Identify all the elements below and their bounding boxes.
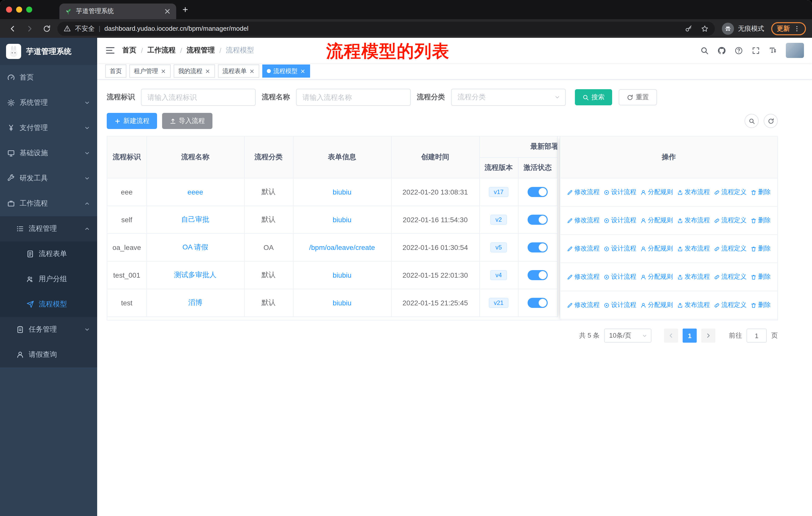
import-process-button[interactable]: 导入流程 [162, 113, 212, 129]
active-toggle[interactable] [528, 214, 548, 224]
form-link[interactable]: /bpm/oa/leave/create [309, 243, 375, 251]
action-design-link[interactable]: 设计流程 [604, 273, 636, 281]
next-page-button[interactable] [701, 329, 715, 343]
action-delete-link[interactable]: 删除 [751, 188, 771, 196]
search-button[interactable]: 搜索 [575, 89, 612, 105]
create-process-button[interactable]: 新建流程 [107, 113, 157, 129]
tag-tenant-management[interactable]: 租户管理 [129, 64, 171, 78]
action-delete-link[interactable]: 删除 [751, 244, 771, 253]
process-name-link[interactable]: 测试多审批人 [174, 270, 216, 278]
form-link[interactable]: biubiu [333, 271, 352, 279]
close-icon[interactable] [205, 68, 210, 74]
search-icon[interactable] [700, 46, 709, 55]
help-question-icon[interactable] [734, 46, 743, 55]
action-design-link[interactable]: 设计流程 [604, 244, 636, 253]
bookmark-star-icon[interactable] [701, 24, 709, 32]
toggle-search-button[interactable] [745, 114, 759, 128]
form-link[interactable]: biubiu [333, 188, 352, 196]
sidebar-item-user-group[interactable]: 用户分组 [0, 267, 97, 292]
action-delete-link[interactable]: 删除 [751, 301, 771, 309]
reload-button[interactable] [40, 22, 53, 35]
window-minimize-button[interactable] [16, 6, 22, 12]
browser-tab[interactable]: 芋道管理系统 [59, 3, 176, 19]
user-avatar[interactable] [786, 43, 804, 58]
action-definition-link[interactable]: 流程定义 [714, 301, 747, 309]
window-zoom-button[interactable] [26, 6, 32, 12]
browser-menu-dots-icon[interactable] [793, 25, 801, 32]
sidebar-item-home[interactable]: 首页 [0, 65, 97, 90]
tab-close-icon[interactable] [164, 7, 171, 15]
action-definition-link[interactable]: 流程定义 [714, 188, 747, 196]
action-definition-link[interactable]: 流程定义 [714, 216, 747, 225]
sidebar-item-process-form[interactable]: 流程表单 [0, 241, 97, 267]
action-publish-link[interactable]: 发布流程 [677, 188, 710, 196]
action-design-link[interactable]: 设计流程 [604, 301, 636, 309]
sidebar-item-system[interactable]: 系统管理 [0, 90, 97, 115]
breadcrumb-item[interactable]: 工作流程 [147, 46, 176, 55]
action-assign-rule-link[interactable]: 分配规则 [640, 273, 673, 281]
process-name-input[interactable] [296, 89, 411, 106]
action-assign-rule-link[interactable]: 分配规则 [640, 216, 673, 225]
address-bar[interactable]: 不安全 | dashboard.yudao.iocoder.cn/bpm/man… [57, 21, 715, 35]
sidebar-item-task-management[interactable]: 任务管理 [0, 317, 97, 342]
goto-page-input[interactable] [747, 329, 767, 343]
process-name-link[interactable]: 自己审批 [181, 215, 209, 223]
tag-home[interactable]: 首页 [105, 64, 126, 78]
github-icon[interactable] [717, 46, 726, 55]
form-link[interactable]: biubiu [333, 215, 352, 223]
close-icon[interactable] [300, 68, 306, 74]
hamburger-icon[interactable] [105, 45, 115, 55]
fullscreen-icon[interactable] [752, 46, 760, 55]
password-key-icon[interactable] [685, 24, 693, 32]
tag-process-model[interactable]: 流程模型 [262, 64, 310, 78]
new-tab-button[interactable] [178, 2, 192, 17]
page-size-select[interactable]: 10条/页 [604, 329, 651, 343]
action-definition-link[interactable]: 流程定义 [714, 244, 747, 253]
process-name-link[interactable]: 滔博 [188, 298, 202, 306]
process-name-link[interactable]: OA 请假 [182, 243, 208, 251]
action-assign-rule-link[interactable]: 分配规则 [640, 188, 673, 196]
sidebar-item-workflow[interactable]: 工作流程 [0, 191, 97, 216]
action-modify-link[interactable]: 修改流程 [567, 244, 600, 253]
action-modify-link[interactable]: 修改流程 [567, 216, 600, 225]
sidebar-item-process-model[interactable]: 流程模型 [0, 292, 97, 317]
font-size-icon[interactable] [769, 46, 777, 55]
action-assign-rule-link[interactable]: 分配规则 [640, 244, 673, 253]
sidebar-item-devtools[interactable]: 研发工具 [0, 166, 97, 191]
process-name-link[interactable]: eeee [187, 188, 203, 196]
window-close-button[interactable] [6, 6, 12, 12]
back-button[interactable] [6, 22, 19, 35]
form-link[interactable]: biubiu [333, 299, 352, 307]
breadcrumb-item[interactable]: 首页 [122, 46, 137, 55]
close-icon[interactable] [161, 68, 166, 74]
active-toggle[interactable] [528, 187, 548, 197]
action-delete-link[interactable]: 删除 [751, 216, 771, 225]
action-publish-link[interactable]: 发布流程 [677, 244, 710, 253]
refresh-table-button[interactable] [764, 114, 778, 128]
forward-button[interactable] [23, 22, 36, 35]
sidebar-item-leave-query[interactable]: 请假查询 [0, 342, 97, 368]
prev-page-button[interactable] [664, 329, 678, 343]
tag-process-form[interactable]: 流程表单 [218, 64, 259, 78]
action-modify-link[interactable]: 修改流程 [567, 188, 600, 196]
browser-update-button[interactable]: 更新 [771, 22, 806, 35]
process-id-input[interactable] [141, 89, 256, 106]
action-definition-link[interactable]: 流程定义 [714, 273, 747, 281]
current-page-button[interactable]: 1 [683, 329, 697, 343]
tag-my-process[interactable]: 我的流程 [174, 64, 215, 78]
sidebar-item-process-management[interactable]: 流程管理 [0, 216, 97, 241]
action-modify-link[interactable]: 修改流程 [567, 273, 600, 281]
close-icon[interactable] [249, 68, 255, 74]
action-design-link[interactable]: 设计流程 [604, 216, 636, 225]
active-toggle[interactable] [528, 242, 548, 252]
active-toggle[interactable] [528, 270, 548, 280]
sidebar-item-infrastructure[interactable]: 基础设施 [0, 141, 97, 166]
action-delete-link[interactable]: 删除 [751, 273, 771, 281]
sidebar-item-payment[interactable]: 支付管理 [0, 115, 97, 141]
action-publish-link[interactable]: 发布流程 [677, 216, 710, 225]
action-publish-link[interactable]: 发布流程 [677, 301, 710, 309]
action-publish-link[interactable]: 发布流程 [677, 273, 710, 281]
action-design-link[interactable]: 设计流程 [604, 188, 636, 196]
active-toggle[interactable] [528, 298, 548, 308]
breadcrumb-item[interactable]: 流程管理 [187, 46, 215, 55]
